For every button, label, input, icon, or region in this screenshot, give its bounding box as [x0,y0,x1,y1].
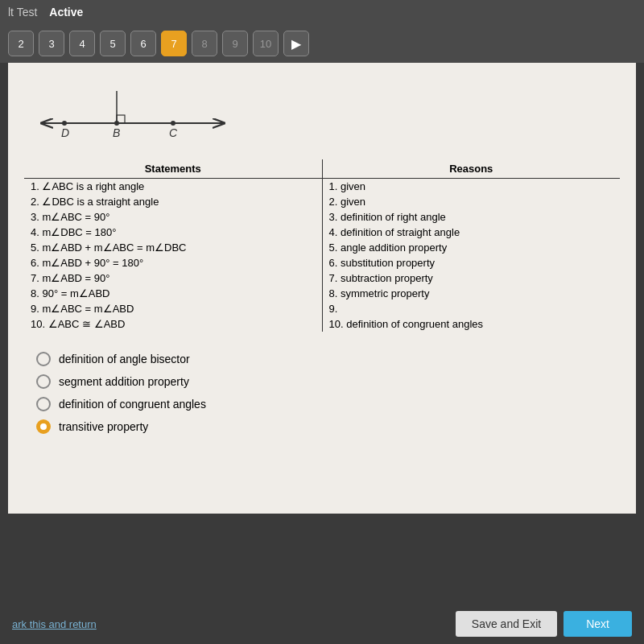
choice-label-d: transitive property [59,420,148,433]
reasons-header: Reasons [322,159,620,179]
choice-item-b[interactable]: segment addition property [36,370,608,393]
statement-cell: 5. m∠ABD + m∠ABC = m∠DBC [24,240,322,255]
svg-text:D: D [61,126,69,139]
statement-cell: 6. m∠ABD + 90° = 180° [24,255,322,270]
proof-table: Statements Reasons 1. ∠ABC is a right an… [24,159,620,332]
reason-cell: 2. given [322,194,620,209]
choice-item-c[interactable]: definition of congruent angles [36,393,608,415]
save-exit-button[interactable]: Save and Exit [456,611,557,637]
main-content: D B C Statements Reasons 1. ∠ABC is a ri… [8,63,636,514]
reason-cell: 5. angle addition property [322,240,620,255]
svg-text:C: C [169,126,178,139]
q-btn-6[interactable]: 6 [130,31,156,56]
bottom-right-buttons: Save and Exit Next [456,611,632,637]
reason-cell: 6. substitution property [322,255,620,270]
svg-point-7 [171,121,175,126]
statement-cell: 3. m∠ABC = 90° [24,209,322,225]
choice-label-c: definition of congruent angles [59,398,206,411]
reason-cell: 9. [322,301,620,316]
statement-cell: 8. 90° = m∠ABD [24,286,322,301]
choice-label-b: segment addition property [59,375,189,388]
bottom-bar: ark this and return Save and Exit Next [0,604,644,644]
statement-cell: 1. ∠ABC is a right angle [24,179,322,195]
choice-radio-c [36,397,51,411]
geometry-diagram: D B C [24,75,620,147]
reason-cell: 8. symmetric property [322,286,620,301]
answer-choices: definition of angle bisectorsegment addi… [24,344,620,450]
next-button[interactable]: Next [564,611,632,637]
question-nav: 2 3 4 5 6 7 8 9 10 ▶ [0,24,644,63]
statement-cell: 7. m∠ABD = 90° [24,270,322,286]
q-btn-9[interactable]: 9 [222,31,248,56]
q-btn-10[interactable]: 10 [253,31,279,56]
q-btn-7[interactable]: 7 [161,31,187,56]
statement-cell: 9. m∠ABC = m∠ABD [24,301,322,316]
reason-cell: 4. definition of straight angle [322,225,620,240]
statements-header: Statements [24,159,322,179]
q-btn-3[interactable]: 3 [39,31,64,56]
header-bar: lt Test Active [0,0,644,24]
mark-return-link[interactable]: ark this and return [12,618,97,630]
test-label: lt Test [8,6,37,19]
q-btn-5[interactable]: 5 [100,31,126,56]
choice-radio-d [36,419,51,434]
svg-text:B: B [113,126,120,139]
reason-cell: 3. definition of right angle [322,209,620,225]
choice-label-a: definition of angle bisector [59,353,190,365]
reason-cell: 1. given [322,179,620,195]
reason-cell: 10. definition of congruent angles [322,316,620,332]
active-label: Active [49,6,83,19]
reason-cell: 7. subtraction property [322,270,620,286]
q-btn-4[interactable]: 4 [69,31,95,56]
choice-item-a[interactable]: definition of angle bisector [36,348,608,370]
q-btn-2[interactable]: 2 [8,31,34,56]
choice-item-d[interactable]: transitive property [36,415,608,438]
statement-cell: 4. m∠DBC = 180° [24,225,322,240]
q-btn-8[interactable]: 8 [192,31,217,56]
svg-point-1 [62,121,67,126]
statement-cell: 2. ∠DBC is a straight angle [24,194,322,209]
choice-radio-b [36,374,51,389]
choice-radio-a [36,352,51,366]
statement-cell: 10. ∠ABC ≅ ∠ABD [24,316,322,332]
q-btn-next-arrow[interactable]: ▶ [283,31,309,56]
